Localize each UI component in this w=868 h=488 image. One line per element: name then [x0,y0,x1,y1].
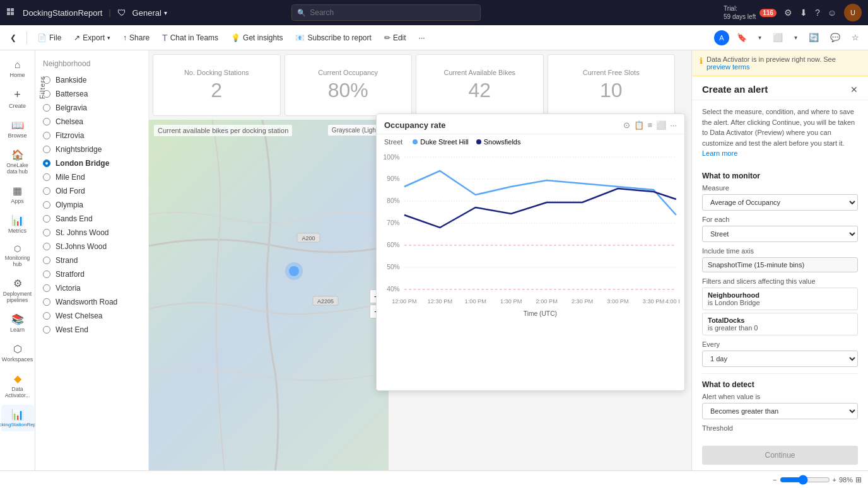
share-button[interactable]: ↑ Share [118,31,155,45]
more-options-button[interactable]: ··· [414,31,430,45]
download-icon[interactable]: ⬇ [800,8,807,18]
chevron-down2-icon[interactable]: ▾ [754,32,765,44]
neighborhood-item[interactable]: St.Johns Wood [35,240,148,253]
chart-focus-icon[interactable]: ⊙ [623,120,630,130]
chart-expand-icon[interactable]: ⬜ [656,120,666,130]
chat-teams-button[interactable]: T Chat in Teams [157,30,223,45]
kpi-available-bikes: Current Available Bikes 42 [416,54,544,116]
zoom-fit-icon[interactable]: ⊞ [855,475,862,484]
close-icon[interactable]: ✕ [850,84,858,95]
more-icon: ··· [419,33,425,42]
every-select[interactable]: 1 day [702,351,858,367]
neighborhood-item[interactable]: Stratford [35,267,148,281]
kpi-bikes-label: Current Available Bikes [443,69,515,76]
sidebar-item-metrics[interactable]: 📊 Metrics [1,211,34,238]
neighborhood-name: Battersea [56,90,88,98]
workspace-selector[interactable]: General ▾ [132,8,167,18]
refresh-icon[interactable]: 🔄 [805,30,823,45]
kpi-docking-label: No. Docking Stations [184,69,249,76]
radio-button [43,243,50,250]
neighborhood-item[interactable]: West Chelsea [35,309,148,323]
sidebar-item-docking[interactable]: 📊 DockingStationReport [1,405,34,431]
chart-copy-icon[interactable]: 📋 [634,120,644,130]
help-icon[interactable]: ? [815,8,820,18]
svg-text:12:30 PM: 12:30 PM [428,298,452,305]
neighborhood-item[interactable]: Sands End [35,212,148,226]
bookmark-icon[interactable]: 🔖 [733,30,751,45]
file-label: File [49,33,61,42]
home-icon: ⌂ [15,59,21,71]
sidebar-item-home[interactable]: ⌂ Home [1,55,34,82]
grid-menu-button[interactable] [6,8,16,18]
time-axis-label: Include time axis [702,247,858,255]
settings-icon[interactable]: ⚙ [784,8,792,18]
neighborhood-item[interactable]: Belgravia [35,101,148,115]
neighborhood-item[interactable]: London Bridge [35,156,148,170]
bookmark2-icon[interactable]: ☆ [848,30,863,45]
export-button[interactable]: ↗ Export ▾ [69,31,115,45]
neighborhood-item[interactable]: Chelsea [35,115,148,129]
search-box[interactable]: 🔍 [291,4,481,21]
bottom-bar: − + 98% ⊞ [0,470,868,488]
toolbar-right: A 🔖 ▾ ⬜ ▾ 🔄 💬 ☆ [714,30,863,45]
radio-button [43,146,50,153]
feedback-icon[interactable]: ☺ [828,8,836,18]
dataactivator-label: Data Activator... [4,386,32,398]
neighborhood-item[interactable]: Bankside [35,73,148,87]
left-nav: ⌂ Home + Create 📖 Browse 🏠 OneLake data … [0,50,35,488]
neighborhood-name: Olympia [56,200,83,209]
alert-when-select[interactable]: Becomes greater than [702,403,858,419]
zoom-slider[interactable] [780,475,830,485]
view-chevron-icon[interactable]: ▾ [790,32,801,44]
preview-terms-link[interactable]: preview terms [707,63,749,71]
edit-button[interactable]: ✏ Edit [379,31,411,45]
neighborhood-item[interactable]: Strand [35,253,148,267]
subscribe-button[interactable]: 📧 Subscribe to report [290,31,376,45]
sidebar-item-deployment[interactable]: ⚙ Deployment pipelines [1,274,34,307]
view-icon[interactable]: ⬜ [769,30,787,45]
detect-section: What to detect Alert when value is Becom… [692,374,868,441]
neighborhood-name: Bankside [56,76,86,84]
chart-more-icon[interactable]: ≡ [648,120,653,130]
sidebar-item-apps[interactable]: ▦ Apps [1,181,34,208]
zoom-plus-icon[interactable]: + [833,476,836,484]
subscribe-label: Subscribe to report [307,33,371,42]
collapse-button[interactable]: ❮ [5,31,21,45]
neighborhood-name: Old Ford [56,187,85,195]
neighborhood-item[interactable]: Fitzrovia [35,129,148,142]
zoom-minus-icon[interactable]: − [773,476,777,484]
neighborhood-item[interactable]: Old Ford [35,184,148,198]
collapse-icon: ❮ [10,33,16,42]
chat-teams-label: Chat in Teams [170,33,218,42]
neighborhood-item[interactable]: Battersea [35,87,148,101]
browse-label: Browse [8,132,26,139]
learn-more-link[interactable]: Learn more [702,149,737,157]
sidebar-item-learn[interactable]: 📚 Learn [1,310,34,337]
legend-duke-label: Duke Street Hill [420,138,468,146]
neighborhood-item[interactable]: Mile End [35,170,148,184]
avatar[interactable]: U [844,4,862,21]
svg-point-5 [285,262,303,280]
sidebar-item-browse[interactable]: 📖 Browse [1,115,34,142]
search-input[interactable] [310,8,475,17]
sidebar-item-onelake[interactable]: 🏠 OneLake data hub [1,145,34,178]
neighborhood-item[interactable]: West End [35,323,148,337]
sidebar-item-create[interactable]: + Create [1,84,34,113]
activator-icon[interactable]: A [714,30,729,45]
file-button[interactable]: 📄 File [32,31,66,45]
neighborhood-item[interactable]: Knightsbridge [35,142,148,156]
sidebar-item-workspaces[interactable]: ⬡ Workspaces [1,339,34,366]
foreach-select[interactable]: Street [702,226,858,242]
measure-select[interactable]: Average of Occupancy [702,194,858,211]
sidebar-item-monitoring[interactable]: ⬡ Monitoring hub [1,240,34,271]
neighborhood-item[interactable]: Olympia [35,198,148,212]
comment-icon[interactable]: 💬 [826,30,844,45]
sidebar-item-dataactivator[interactable]: ◆ Data Activator... [1,369,34,402]
continue-button[interactable]: Continue [702,446,858,465]
neighborhood-item[interactable]: Victoria [35,281,148,295]
neighborhood-item[interactable]: Wandsworth Road [35,295,148,309]
chart-overflow-icon[interactable]: ··· [670,120,677,130]
get-insights-button[interactable]: 💡 Get insights [226,31,288,45]
neighborhood-item[interactable]: St. Johns Wood [35,226,148,240]
share-icon: ↑ [123,33,127,42]
